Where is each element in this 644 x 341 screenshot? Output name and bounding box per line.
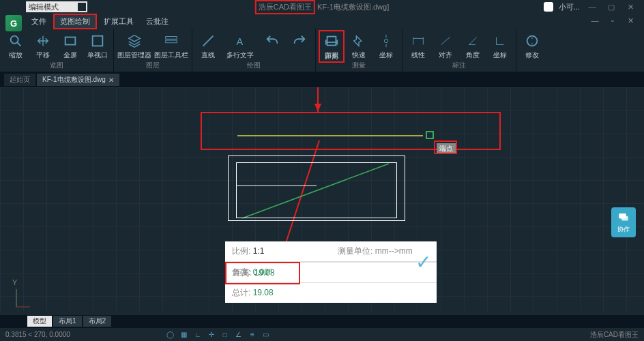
group-layer-label: 图层 <box>117 60 189 71</box>
tool-pan[interactable]: 平移 <box>30 30 56 60</box>
tool-coord-measure[interactable]: 坐标 <box>373 30 399 60</box>
align-dim-icon <box>437 33 454 49</box>
product-name-highlight: 浩辰CAD看图王 <box>255 0 315 14</box>
status-track-icon[interactable]: ∠ <box>234 330 244 340</box>
tool-coord-dim[interactable]: 坐标 <box>487 30 513 60</box>
layer-toolbar-icon <box>163 33 179 49</box>
highlight-tooltip <box>434 140 457 154</box>
svg-text:A: A <box>237 36 244 47</box>
status-brand: 浩辰CAD看图王 <box>590 330 639 340</box>
doc-restore-button[interactable]: ▫ <box>606 16 619 25</box>
status-grid-icon[interactable]: ▦ <box>179 330 189 340</box>
status-snap-icon[interactable]: ◯ <box>166 330 175 340</box>
linear-dim-icon <box>410 33 426 49</box>
tool-align[interactable]: 对齐 <box>433 30 458 60</box>
status-coords: 0.3815 < 270, 0.0000 <box>5 331 70 338</box>
confirm-check-icon[interactable]: ✓ <box>415 251 431 273</box>
modify-icon <box>524 33 540 49</box>
title-filename: KF-1电缆敷设图.dwg] <box>317 3 389 11</box>
tab-start[interactable]: 起始页 <box>4 74 35 86</box>
tab-document[interactable]: KF-1电缆敷设图.dwg✕ <box>37 74 119 86</box>
redo-icon <box>291 33 308 49</box>
coord-dim-icon <box>492 33 508 49</box>
status-ortho-icon[interactable]: ∟ <box>193 330 203 340</box>
tool-distance[interactable]: 距离 <box>319 30 345 63</box>
tool-line[interactable]: 直线 <box>195 30 221 60</box>
group-view-label: 览图 <box>3 60 111 71</box>
maximize-button[interactable]: ▢ <box>604 3 618 12</box>
angle-dim-icon <box>465 33 481 49</box>
menu-file[interactable]: 文件 <box>26 15 52 28</box>
layers-icon <box>126 33 143 49</box>
user-name[interactable]: 小可... <box>559 2 580 12</box>
tool-zoom[interactable]: 缩放 <box>3 30 29 60</box>
collaborate-button[interactable]: 协作 <box>611 207 636 237</box>
user-avatar[interactable] <box>544 2 553 12</box>
tool-fullscreen[interactable]: 全屏 <box>57 30 83 60</box>
ucs-y-label: Y <box>12 278 17 286</box>
drawing-canvas[interactable]: 端点 比例: 1:1 测量单位: mm-->mm 距离: 19.08 ✓ 角度:… <box>0 87 644 311</box>
tool-layer-manager[interactable]: 图层管理器 <box>117 30 152 60</box>
svg-rect-4 <box>166 37 177 40</box>
status-polar-icon[interactable]: ✛ <box>207 330 216 340</box>
tool-quick[interactable]: 快速 <box>346 30 372 60</box>
line-icon <box>200 33 216 49</box>
tool-redo[interactable] <box>287 30 312 60</box>
drawing-divider <box>236 186 317 218</box>
status-osnap-icon[interactable]: □ <box>220 330 230 340</box>
tool-linear[interactable]: 线性 <box>405 30 431 60</box>
ucs-icon <box>11 288 31 308</box>
tab-close-icon[interactable]: ✕ <box>108 76 114 84</box>
tool-angle-dim[interactable]: 角度 <box>460 30 486 60</box>
doc-close-button[interactable]: ✕ <box>624 16 637 25</box>
close-button[interactable]: ✕ <box>624 3 637 12</box>
menu-ext-tools[interactable]: 扩展工具 <box>98 15 139 28</box>
doc-minimize-button[interactable]: — <box>588 16 602 25</box>
tab-layout2[interactable]: 布局2 <box>83 316 112 327</box>
menu-cloud-annot[interactable]: 云批注 <box>141 15 174 28</box>
svg-point-12 <box>384 39 388 43</box>
minimize-button[interactable]: — <box>585 3 599 11</box>
status-lwt-icon[interactable]: ≡ <box>248 330 257 340</box>
tool-layer-toolbar[interactable]: 图层工具栏 <box>153 30 189 60</box>
mode-selector[interactable]: 编辑模式 <box>26 1 87 12</box>
distance-icon <box>323 34 340 50</box>
status-model-icon[interactable]: ▭ <box>261 330 271 340</box>
viewport-icon <box>89 33 106 49</box>
pan-icon <box>35 33 51 49</box>
svg-rect-3 <box>93 36 103 46</box>
group-draw-label: 绘图 <box>195 60 312 71</box>
snap-cursor <box>426 131 434 139</box>
text-icon: A <box>232 33 248 49</box>
fullscreen-icon <box>62 33 78 49</box>
undo-icon <box>264 33 280 49</box>
svg-rect-2 <box>65 38 76 45</box>
zoom-icon <box>8 33 24 49</box>
measure-result-panel: 比例: 1:1 测量单位: mm-->mm 距离: 19.08 ✓ 角度: 0.… <box>225 241 437 303</box>
svg-rect-35 <box>621 216 628 220</box>
tab-model[interactable]: 模型 <box>27 316 52 327</box>
svg-marker-27 <box>314 104 321 112</box>
svg-line-6 <box>203 36 214 46</box>
svg-rect-5 <box>166 40 177 43</box>
tool-undo[interactable] <box>259 30 285 60</box>
quick-icon <box>351 33 367 49</box>
menu-view-draw[interactable]: 览图绘制 <box>53 14 97 29</box>
tool-mtext[interactable]: A多行文字 <box>222 30 258 60</box>
svg-line-18 <box>441 38 450 45</box>
group-annot-label: 标注 <box>405 60 513 71</box>
app-logo: G <box>5 15 22 31</box>
svg-line-1 <box>17 42 21 46</box>
tool-modify[interactable]: 修改 <box>519 30 545 70</box>
tool-viewport[interactable]: 单视口 <box>85 30 111 60</box>
tab-layout1[interactable]: 布局1 <box>53 316 82 327</box>
coord-icon <box>378 33 394 49</box>
chat-icon <box>617 211 630 224</box>
